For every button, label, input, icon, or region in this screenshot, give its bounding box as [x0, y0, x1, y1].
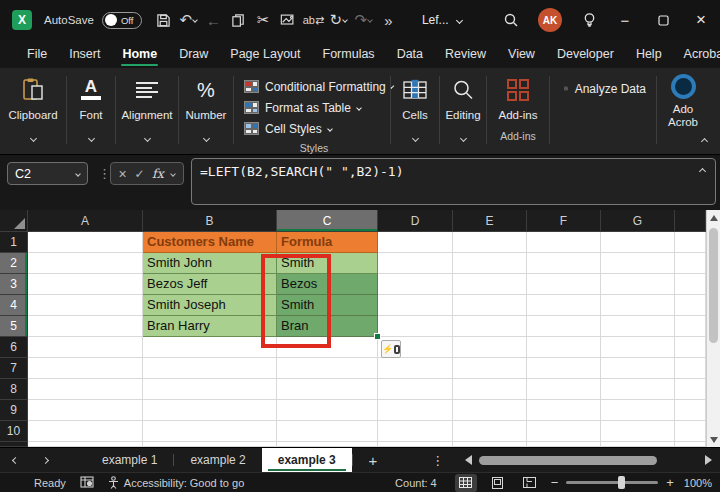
paste-icon[interactable]	[277, 7, 300, 33]
horizontal-scrollbar[interactable]	[457, 448, 716, 472]
cut-icon[interactable]: ✂	[252, 7, 275, 33]
cell-G5[interactable]	[601, 316, 675, 337]
autosave-toggle[interactable]: Off	[102, 12, 142, 29]
cell-H3[interactable]	[675, 274, 706, 295]
cell-G9[interactable]	[601, 400, 675, 421]
cell-H7[interactable]	[675, 358, 706, 379]
undo-icon[interactable]: ↶	[177, 7, 200, 33]
scroll-right-arrow-icon[interactable]	[705, 455, 712, 465]
tab-home[interactable]: Home	[111, 42, 168, 67]
sheet-nav-right-icon[interactable]	[30, 448, 60, 472]
column-header-e[interactable]: E	[453, 210, 527, 232]
scroll-down-arrow-icon[interactable]	[710, 437, 718, 443]
cell-G4[interactable]	[601, 295, 675, 316]
enter-icon[interactable]: ✓	[134, 167, 144, 181]
cell-E4[interactable]	[453, 295, 527, 316]
cell-E7[interactable]	[453, 358, 527, 379]
cell-G8[interactable]	[601, 379, 675, 400]
tab-page-layout[interactable]: Page Layout	[219, 42, 311, 67]
cell-B4[interactable]: Smith Joseph	[143, 295, 277, 316]
cell-C9[interactable]	[277, 400, 378, 421]
cell-B5[interactable]: Bran Harry	[143, 316, 277, 337]
close-button[interactable]: ×	[682, 0, 720, 40]
sheet-tab-example-1[interactable]: example 1	[86, 448, 173, 472]
cell-F5[interactable]	[527, 316, 601, 337]
cell-B7[interactable]	[143, 358, 277, 379]
minimize-button[interactable]: −	[606, 0, 644, 40]
zoom-slider-thumb[interactable]	[618, 476, 625, 489]
cell-E8[interactable]	[453, 379, 527, 400]
cell-G6[interactable]	[601, 337, 675, 358]
cell-D10[interactable]	[378, 421, 453, 442]
cell-A3[interactable]	[28, 274, 143, 295]
zoom-slider[interactable]	[566, 481, 658, 484]
cell-A6[interactable]	[28, 337, 143, 358]
sheet-nav-left-icon[interactable]	[0, 448, 30, 472]
row-header-5[interactable]: 5	[0, 316, 28, 337]
cell-C5[interactable]: Bran	[277, 316, 378, 337]
cell-A9[interactable]	[28, 400, 143, 421]
maximize-button[interactable]	[644, 0, 682, 40]
excel-logo-icon[interactable]: X	[12, 10, 32, 30]
lightbulb-icon[interactable]	[572, 5, 606, 35]
column-header-d[interactable]: D	[378, 210, 453, 232]
cell-D4[interactable]	[378, 295, 453, 316]
row-header-4[interactable]: 4	[0, 295, 28, 316]
cell-G1[interactable]	[601, 232, 675, 253]
cell-B10[interactable]	[143, 421, 277, 442]
macro-record-icon[interactable]	[80, 476, 94, 490]
clipboard-group-button[interactable]: Clipboard	[0, 68, 66, 154]
alignment-group-button[interactable]: Alignment	[116, 68, 178, 154]
cell-F8[interactable]	[527, 379, 601, 400]
formula-input[interactable]: =LEFT(B2,SEARCH(" ",B2)-1)	[191, 158, 716, 205]
cell-F4[interactable]	[527, 295, 601, 316]
cell-H6[interactable]	[675, 337, 706, 358]
row-header-10[interactable]: 10	[0, 421, 28, 442]
cell-B9[interactable]	[143, 400, 277, 421]
cell-F6[interactable]	[527, 337, 601, 358]
column-header-b[interactable]: B	[143, 210, 277, 232]
horizontal-scrollbar-thumb[interactable]	[479, 456, 657, 465]
cell-C2[interactable]: Smith	[277, 253, 378, 274]
vertical-scrollbar[interactable]	[706, 210, 720, 447]
cell-C7[interactable]	[277, 358, 378, 379]
tab-formulas[interactable]: Formulas	[312, 42, 386, 67]
cell-E6[interactable]	[453, 337, 527, 358]
column-header-a[interactable]: A	[28, 210, 143, 232]
cell-A8[interactable]	[28, 379, 143, 400]
scroll-up-arrow-icon[interactable]	[710, 215, 718, 221]
insert-function-icon[interactable]: fx	[152, 166, 164, 181]
format-as-table-button[interactable]: Format as Table	[244, 97, 384, 118]
cell-G7[interactable]	[601, 358, 675, 379]
cell-D9[interactable]	[378, 400, 453, 421]
row-header-2[interactable]: 2	[0, 253, 28, 274]
avatar[interactable]: AK	[538, 8, 562, 32]
cell-H1[interactable]	[675, 232, 706, 253]
cell-H2[interactable]	[675, 253, 706, 274]
cell-C8[interactable]	[277, 379, 378, 400]
zoom-level[interactable]: 100%	[684, 477, 712, 489]
cell-A5[interactable]	[28, 316, 143, 337]
row-header-9[interactable]: 9	[0, 400, 28, 421]
row-header-3[interactable]: 3	[0, 274, 28, 295]
refresh-icon[interactable]: ↻	[327, 7, 350, 33]
tab-acrobat[interactable]: Acrobat	[673, 42, 720, 67]
cell-D1[interactable]	[378, 232, 453, 253]
cell-H4[interactable]	[675, 295, 706, 316]
cell-C6[interactable]	[277, 337, 378, 358]
normal-view-button[interactable]	[455, 474, 477, 492]
cell-E2[interactable]	[453, 253, 527, 274]
tab-insert[interactable]: Insert	[58, 42, 111, 67]
tab-data[interactable]: Data	[386, 42, 434, 67]
row-header-7[interactable]: 7	[0, 358, 28, 379]
collapse-ribbon-icon[interactable]	[702, 130, 707, 148]
zoom-in-button[interactable]: +	[666, 475, 674, 490]
sheet-tab-example-2[interactable]: example 2	[174, 448, 261, 472]
cell-D2[interactable]	[378, 253, 453, 274]
tab-help[interactable]: Help	[625, 42, 673, 67]
select-all-button[interactable]	[0, 210, 28, 232]
zoom-out-button[interactable]: −	[551, 475, 559, 490]
add-ins-button[interactable]: Add-ins Add-ins	[487, 68, 549, 154]
conditional-formatting-button[interactable]: Conditional Formatting	[244, 76, 384, 97]
cell-D7[interactable]	[378, 358, 453, 379]
